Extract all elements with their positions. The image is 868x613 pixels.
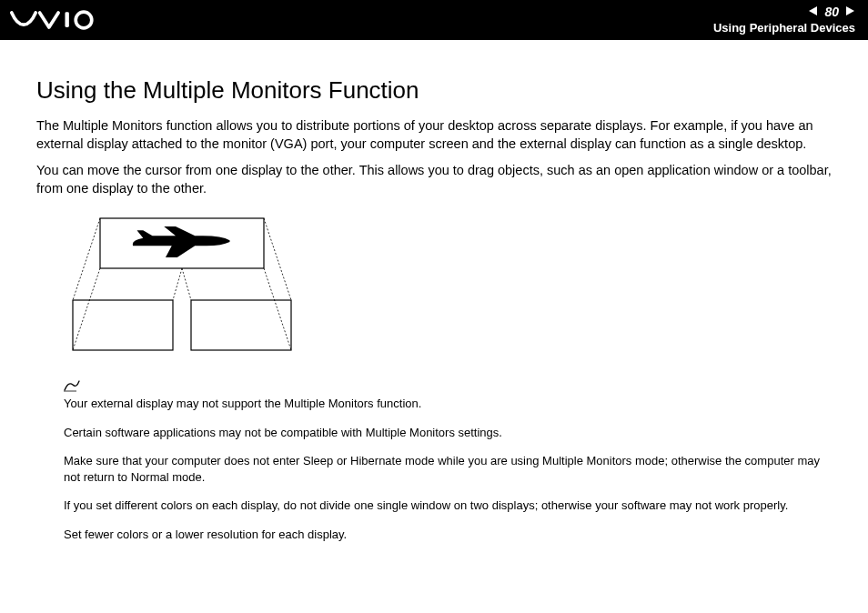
note-3: Make sure that your computer does not en…	[64, 453, 832, 485]
page-content: Using the Multiple Monitors Function The…	[0, 40, 868, 565]
notes-block: Your external display may not support th…	[64, 396, 832, 542]
page-number: 80	[824, 5, 839, 20]
note-icon	[64, 379, 832, 396]
multiple-monitors-diagram	[64, 214, 832, 363]
page-navigation: 80	[713, 5, 855, 20]
paragraph-2: You can move the cursor from one display…	[36, 162, 832, 197]
svg-rect-5	[73, 300, 173, 350]
svg-line-9	[182, 268, 191, 300]
vaio-logo	[9, 10, 118, 30]
svg-rect-0	[65, 12, 68, 27]
header-bar: 80 Using Peripheral Devices	[0, 0, 868, 40]
note-1: Your external display may not support th…	[64, 396, 832, 412]
svg-point-1	[76, 12, 92, 28]
note-4: If you set different colors on each disp…	[64, 497, 832, 514]
section-title: Using Peripheral Devices	[713, 21, 855, 35]
note-2: Certain software applications may not be…	[64, 425, 832, 441]
header-right: 80 Using Peripheral Devices	[713, 5, 855, 35]
svg-rect-6	[191, 300, 291, 350]
note-5: Set fewer colors or a lower resolution f…	[64, 527, 832, 543]
prev-page-arrow-icon[interactable]	[808, 5, 819, 20]
page-title: Using the Multiple Monitors Function	[36, 76, 832, 105]
svg-line-7	[73, 218, 100, 300]
svg-marker-2	[809, 6, 817, 15]
svg-line-10	[264, 218, 291, 300]
svg-marker-3	[846, 6, 854, 15]
svg-line-8	[173, 268, 182, 300]
paragraph-1: The Multiple Monitors function allows yo…	[36, 117, 832, 153]
next-page-arrow-icon[interactable]	[844, 5, 855, 20]
